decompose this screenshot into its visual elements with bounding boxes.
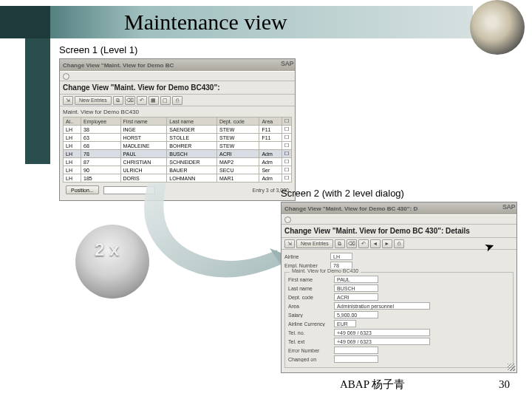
header-left-block	[0, 6, 50, 38]
screen2-body: AirlineLHEmpl. Number78 Maint. View for …	[282, 250, 516, 372]
detail-row: Last nameBUSCH	[288, 284, 510, 293]
cell-dept: STEW	[217, 134, 259, 142]
select-all-icon[interactable]: ▦	[149, 96, 159, 105]
table-row[interactable]: LH38INGESAENGERSTEWF11☐	[64, 126, 292, 134]
field-value[interactable]: 5,900.00	[334, 311, 378, 318]
table-row[interactable]: LH63HORSTSTOLLESTEWF11☐	[64, 134, 292, 142]
field-label: Last name	[288, 286, 334, 291]
print-icon[interactable]: ⎙	[172, 96, 183, 105]
mouse-graphic	[75, 225, 149, 299]
resize-grip-icon[interactable]	[508, 364, 515, 371]
detail-row: Tel. ext+49 069 / 6323	[288, 337, 510, 346]
screen2-titlebar: Change View "Maint. View for Demo BC 430…	[282, 202, 516, 214]
copy-icon[interactable]: ⧉	[113, 96, 123, 105]
detail-row: Airline CurrencyEUR	[288, 319, 510, 328]
cell-ai: LH	[64, 166, 81, 174]
table-row[interactable]: LH87CHRISTIANSCHNEIDERMAP2Adm☐	[64, 158, 292, 166]
cell-ai: LH	[64, 174, 81, 183]
cell-last: SCHNEIDER	[167, 158, 217, 166]
col-lastname: Last name	[167, 117, 217, 126]
field-value[interactable]	[334, 355, 378, 363]
cell-emp: 78	[81, 150, 121, 158]
page-number: 30	[499, 378, 510, 391]
cell-dept: STEW	[217, 126, 259, 134]
detail-row: Dept. codeACRI	[288, 293, 510, 301]
prev-icon[interactable]: ◄	[370, 239, 381, 248]
field-label: Tel. no.	[288, 330, 334, 335]
field-value[interactable]: LH	[330, 253, 352, 260]
col-firstname: First name	[120, 117, 167, 126]
cell-area: Ser	[259, 166, 282, 174]
cell-ai: LH	[64, 142, 81, 150]
ok-icon[interactable]	[63, 73, 69, 80]
toolbar-expand-icon[interactable]: ⇲	[63, 96, 73, 105]
field-label: Tel. ext	[288, 339, 334, 344]
cell-emp: 87	[81, 158, 121, 166]
screen1-subtitle: Change View "Maint. View for Demo BC430"…	[60, 81, 295, 95]
field-value[interactable]: Administration personnel	[334, 302, 430, 310]
cell-first: ULRICH	[120, 166, 167, 174]
sap-logo: SAP	[502, 203, 515, 211]
screen2-window: Change View "Maint. View for Demo BC 430…	[281, 202, 517, 373]
detail-row: Changed on	[288, 355, 510, 364]
cell-dept: MAP2	[217, 158, 259, 166]
field-value[interactable]: ACRI	[334, 293, 378, 301]
field-label: Area	[288, 304, 334, 309]
row-check[interactable]: ☐	[282, 126, 292, 134]
undo-icon[interactable]: ↶	[137, 96, 147, 105]
field-value[interactable]	[334, 347, 378, 354]
detail-row: AreaAdministration personnel	[288, 301, 510, 310]
footer-credit: ABAP 杨子青	[340, 378, 405, 392]
field-label: Error Number	[288, 348, 334, 353]
print-icon[interactable]: ⎙	[394, 239, 404, 248]
col-airline: Ai..	[64, 117, 81, 126]
copy-icon[interactable]: ⧉	[335, 239, 345, 248]
table-header-row: Ai.. Employee First name Last name Dept.…	[64, 117, 292, 126]
field-value[interactable]: +49 069 / 6323	[334, 338, 430, 345]
new-entries-button[interactable]: New Entries	[75, 96, 112, 105]
row-check[interactable]: ☐	[282, 158, 292, 166]
screen1-titlebar-text: Change View "Maint. View for Demo BC	[63, 62, 174, 69]
detail-group: Maint. View for Demo BC430 First namePAU…	[284, 272, 514, 368]
undo-icon[interactable]: ↶	[358, 239, 369, 248]
row-check[interactable]: ☐	[282, 150, 292, 158]
row-check[interactable]: ☐	[282, 142, 292, 150]
cell-first: INGE	[120, 126, 167, 134]
detail-group-label: Maint. View for Demo BC430	[290, 268, 361, 273]
cell-emp: 68	[81, 142, 121, 150]
cell-emp: 38	[81, 126, 121, 134]
field-value[interactable]: +49 069 / 6323	[334, 329, 430, 336]
new-entries-button[interactable]: New Entries	[296, 239, 333, 248]
cell-last: BUSCH	[167, 150, 217, 158]
sap-logo: SAP	[281, 60, 293, 67]
cell-area: Adm	[259, 150, 282, 158]
table-row[interactable]: LH78PAULBUSCHACRIAdm☐	[64, 150, 292, 158]
screen1-toolbar: ⇲ New Entries ⧉ ⌫ ↶ ▦ ▢ ⎙	[60, 95, 295, 106]
cell-last: SAENGER	[167, 126, 217, 134]
col-area: Area	[259, 117, 282, 126]
position-button[interactable]: Position...	[66, 185, 99, 194]
field-value[interactable]: EUR	[334, 320, 356, 327]
delete-icon[interactable]: ⌫	[125, 96, 135, 105]
screen1-table[interactable]: Ai.. Employee First name Last name Dept.…	[63, 117, 292, 183]
deselect-icon[interactable]: ▢	[160, 96, 171, 105]
field-label: Changed on	[288, 357, 334, 362]
slide-footer: ABAP 杨子青 30	[0, 378, 532, 392]
row-check[interactable]: ☐	[282, 134, 292, 142]
screen2-caption: Screen 2 (with 2 level dialog)	[281, 188, 517, 199]
screen1-menu-row	[60, 71, 295, 81]
cell-emp: 90	[81, 166, 121, 174]
toolbar-expand-icon[interactable]: ⇲	[284, 239, 295, 248]
field-value[interactable]: PAUL	[334, 276, 378, 283]
table-row[interactable]: LH68MADLEINEBOHRERSTEW☐	[64, 142, 292, 150]
row-check[interactable]: ☐	[282, 166, 292, 174]
delete-icon[interactable]: ⌫	[347, 239, 357, 248]
screen1-table-label: Maint. View for Demo BC430	[63, 109, 292, 115]
ok-icon[interactable]	[284, 216, 291, 223]
table-row[interactable]: LH90ULRICHBAUERSECUSer☐	[64, 166, 292, 174]
screen2-container: Screen 2 (with 2 level dialog) Change Vi…	[281, 188, 517, 373]
field-value[interactable]: BUSCH	[334, 284, 378, 292]
next-icon[interactable]: ►	[382, 239, 392, 248]
field-label: Salary	[288, 313, 334, 318]
cell-area: Adm	[259, 158, 282, 166]
